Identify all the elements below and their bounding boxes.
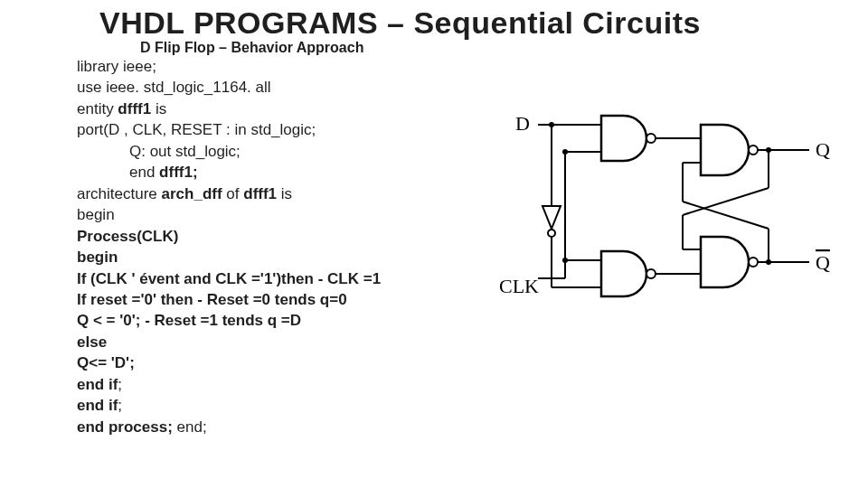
code-line: If reset ='0' then - Reset =0 tends q=0 xyxy=(77,289,381,310)
code-bold: end if xyxy=(77,376,118,393)
svg-point-8 xyxy=(549,122,554,127)
code-line: architecture arch_dff of dfff1 is xyxy=(77,183,381,204)
code-text: end; xyxy=(177,418,207,436)
code-bold: dfff1 xyxy=(118,100,156,117)
code-text: entity xyxy=(77,100,118,117)
code-text: is xyxy=(281,185,292,202)
code-line: end if; xyxy=(77,395,381,416)
label-clk: CLK xyxy=(499,275,539,297)
code-bold: end if xyxy=(77,397,118,414)
svg-line-20 xyxy=(683,202,769,229)
svg-point-13 xyxy=(646,269,656,278)
code-text: is xyxy=(156,100,166,117)
svg-point-29 xyxy=(766,259,771,265)
code-bold: arch_dff xyxy=(162,185,227,202)
svg-point-16 xyxy=(749,145,758,155)
code-bold: end process; xyxy=(77,418,177,436)
code-line: If (CLK ' évent and CLK ='1')then - CLK … xyxy=(77,268,381,289)
code-line: use ieee. std_logic_1164. all xyxy=(77,77,381,98)
svg-point-17 xyxy=(749,258,758,267)
code-bold: Q < = '0'; xyxy=(77,312,145,329)
code-text: ; xyxy=(118,397,122,414)
code-line: begin xyxy=(77,204,381,225)
slide-subtitle: D Flip Flop – Behavior Approach xyxy=(140,40,363,56)
svg-point-5 xyxy=(562,258,568,263)
label-q: Q xyxy=(816,138,830,161)
code-line: Q < = '0'; - Reset =1 tends q =D xyxy=(77,310,381,331)
svg-point-6 xyxy=(562,149,568,155)
code-text: ; xyxy=(118,376,122,393)
dff-circuit-svg: D CLK xyxy=(497,98,841,333)
code-line: end dfff1; xyxy=(77,162,381,183)
code-bold: dfff1 xyxy=(243,185,281,202)
code-text: end xyxy=(129,164,159,181)
svg-line-24 xyxy=(683,188,769,215)
code-line: port(D , CLK, RESET : in std_logic; xyxy=(77,119,381,140)
code-bold: - Reset =1 tends q =D xyxy=(145,312,301,329)
label-d: D xyxy=(515,112,530,135)
svg-point-12 xyxy=(646,134,656,143)
code-line: end if; xyxy=(77,374,381,395)
code-line: begin xyxy=(77,247,381,267)
code-text: architecture xyxy=(77,185,162,202)
vhdl-code-block: library ieee; use ieee. std_logic_1164. … xyxy=(77,56,381,437)
code-bold: dfff1; xyxy=(159,164,197,181)
svg-point-27 xyxy=(766,147,771,153)
slide-title: VHDL PROGRAMS – Sequential Circuits xyxy=(99,5,701,41)
code-line: else xyxy=(77,332,381,352)
code-line: Q: out std_logic; xyxy=(77,141,381,162)
code-line: library ieee; xyxy=(77,56,381,77)
svg-point-9 xyxy=(548,230,555,237)
code-text: of xyxy=(226,185,243,202)
code-line: entity dfff1 is xyxy=(77,99,381,119)
code-line: end process; end; xyxy=(77,417,381,437)
code-line: Q<= 'D'; xyxy=(77,352,381,373)
code-text: Q: out std_logic; xyxy=(129,143,241,160)
label-qbar: Q xyxy=(816,251,830,274)
circuit-diagram: D CLK xyxy=(497,98,841,333)
code-line: Process(CLK) xyxy=(77,226,381,247)
